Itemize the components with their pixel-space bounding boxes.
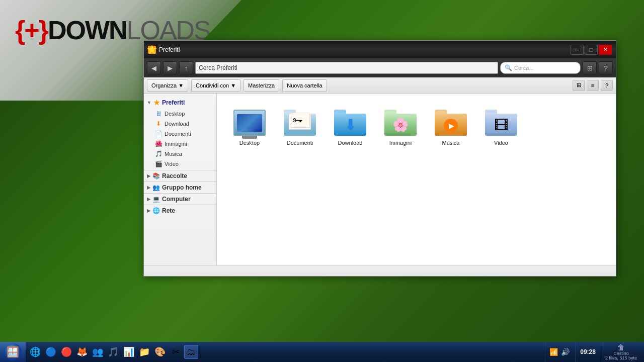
musica-folder-icon: ▶: [433, 108, 468, 138]
computer-arrow: ▶: [147, 197, 150, 202]
close-button[interactable]: ✕: [599, 45, 612, 55]
search-placeholder: Cerca...: [514, 65, 534, 71]
view-details[interactable]: ≡: [587, 80, 599, 91]
quicklaunch-app1[interactable]: 📊: [122, 345, 136, 359]
help-button[interactable]: ?: [599, 61, 613, 74]
start-orb: 🪟: [5, 343, 22, 360]
folder-video[interactable]: 🎞 Video: [478, 104, 524, 150]
documenti-icon: 📄: [155, 130, 162, 137]
view-large-icons[interactable]: ⊞: [573, 80, 585, 91]
download-folder-label: Download: [338, 140, 363, 146]
system-tray: 📶 🔊: [545, 342, 574, 362]
status-bar: [144, 265, 616, 276]
computer-label: Computer: [162, 196, 191, 203]
gruppo-label: Gruppo home: [162, 184, 202, 191]
search-bar[interactable]: 🔍 Cerca...: [500, 62, 581, 74]
documenti-icon-graphic: 🗝: [284, 110, 316, 136]
tray-volume-icon: 🔊: [561, 348, 570, 356]
sidebar-label-desktop: Desktop: [165, 111, 185, 117]
windows-logo-icon: 🪟: [7, 346, 19, 358]
immagini-folder-label: Immagini: [389, 140, 412, 146]
quicklaunch-explorer[interactable]: 🗂: [184, 345, 198, 359]
folder-desktop[interactable]: Desktop: [227, 104, 272, 150]
bracket-close: }: [39, 16, 48, 45]
minimize-button[interactable]: ─: [571, 45, 584, 55]
sidebar-item-immagini[interactable]: 🌺 Immagini: [144, 139, 216, 149]
address-bar-text: Cerca Preferiti: [199, 64, 237, 71]
desktop-icon: 🖥: [155, 110, 162, 117]
recycle-bin-count: 2 files, 515 byte: [605, 356, 637, 360]
quicklaunch-opera[interactable]: 🔴: [59, 345, 73, 359]
sidebar-item-documenti[interactable]: 📄 Documenti: [144, 129, 216, 139]
up-button[interactable]: ↑: [179, 61, 193, 74]
download-folder-icon: ⬇: [333, 108, 368, 138]
clock-area[interactable]: 09:28: [576, 342, 600, 362]
rete-icon: 🌐: [152, 207, 160, 214]
folder-download[interactable]: ⬇ Download: [328, 104, 373, 150]
video-folder-label: Video: [494, 140, 508, 146]
musica-icon: 🎵: [155, 150, 162, 157]
recycle-bin-area[interactable]: 🗑 Cestino 2 files, 515 byte: [602, 342, 640, 362]
sidebar-label-musica: Musica: [165, 151, 182, 157]
raccolte-arrow: ▶: [147, 173, 150, 178]
sidebar-section-computer[interactable]: ▶ 💻 Computer: [144, 193, 216, 205]
bracket-open: {: [15, 16, 24, 45]
views-button[interactable]: ⊞: [583, 61, 597, 74]
window-icon: ⭐: [148, 46, 156, 54]
gruppo-arrow: ▶: [147, 185, 150, 190]
documenti-folder-icon: 🗝: [282, 108, 317, 138]
quicklaunch-app2[interactable]: 📁: [137, 345, 151, 359]
sidebar-header-preferiti[interactable]: ▼ ★ Preferiti: [144, 97, 216, 109]
new-folder-button[interactable]: Nuova cartella: [282, 79, 327, 92]
explorer-window: ⭐ Preferiti ─ □ ✕ ◀ ▶ ↑ Cerca Preferiti …: [143, 40, 616, 277]
quicklaunch-app4[interactable]: ✂: [169, 345, 183, 359]
start-button[interactable]: 🪟: [0, 342, 26, 362]
preferiti-label: Preferiti: [162, 99, 185, 106]
sidebar-section-preferiti: ▼ ★ Preferiti 🖥 Desktop ⬇ Download 📄 Doc…: [144, 97, 216, 169]
sidebar-label-immagini: Immagini: [165, 141, 187, 147]
window-title: Preferiti: [159, 46, 180, 53]
organize-button[interactable]: Organizza ▼: [147, 79, 188, 92]
folder-musica[interactable]: ▶ Musica: [428, 104, 473, 150]
tray-signal-icon: 📶: [549, 348, 558, 356]
back-button[interactable]: ◀: [147, 61, 161, 74]
sidebar-label-documenti: Documenti: [165, 131, 191, 137]
address-bar[interactable]: Cerca Preferiti: [195, 62, 498, 74]
taskbar-running-apps: [200, 342, 541, 362]
immagini-icon: 🌺: [155, 140, 162, 147]
sidebar-section-raccolte[interactable]: ▶ 📚 Raccolte: [144, 170, 216, 182]
download-icon-graphic: ⬇: [334, 110, 366, 136]
quicklaunch-chrome[interactable]: 🔵: [44, 345, 58, 359]
taskbar: 🪟 🌐 🔵 🔴 🦊 👥 🎵 📊 📁 🎨 ✂ 🗂 📶 🔊 09:28 🗑 Cest…: [0, 342, 644, 362]
sidebar-item-musica[interactable]: 🎵 Musica: [144, 149, 216, 159]
desktop-icon-graphic: [233, 110, 266, 136]
plus-sign: +: [24, 16, 38, 45]
folder-documenti[interactable]: 🗝 Documenti: [277, 104, 323, 150]
sidebar-section-rete[interactable]: ▶ 🌐 Rete: [144, 205, 216, 216]
quicklaunch-firefox[interactable]: 🦊: [75, 345, 89, 359]
documenti-folder-label: Documenti: [287, 140, 313, 146]
immagini-icon-graphic: 🌸: [384, 110, 417, 136]
burn-button[interactable]: Masterizza: [244, 79, 279, 92]
quicklaunch-ie[interactable]: 🌐: [28, 345, 42, 359]
view-help[interactable]: ?: [601, 80, 613, 91]
action-toolbar: Organizza ▼ Condividi con ▼ Masterizza N…: [144, 77, 616, 94]
maximize-button[interactable]: □: [585, 45, 598, 55]
flower-icon: 🌸: [392, 117, 409, 133]
folder-immagini[interactable]: 🌸 Immagini: [378, 104, 423, 150]
sidebar-item-video[interactable]: 🎬 Video: [144, 159, 216, 169]
download-icon: ⬇: [155, 120, 162, 127]
quicklaunch-app3[interactable]: 🎨: [153, 345, 167, 359]
download-arrow-icon: ⬇: [345, 116, 356, 133]
raccolte-label: Raccolte: [162, 172, 187, 179]
sidebar-item-download[interactable]: ⬇ Download: [144, 119, 216, 129]
share-button[interactable]: Condividi con ▼: [191, 79, 240, 92]
sidebar-item-desktop[interactable]: 🖥 Desktop: [144, 109, 216, 119]
sidebar: ▼ ★ Preferiti 🖥 Desktop ⬇ Download 📄 Doc…: [144, 94, 217, 265]
forward-button[interactable]: ▶: [163, 61, 177, 74]
quicklaunch-media[interactable]: 🎵: [106, 345, 120, 359]
quicklaunch-users[interactable]: 👥: [91, 345, 105, 359]
rete-arrow: ▶: [147, 208, 150, 213]
sidebar-section-gruppo[interactable]: ▶ 👥 Gruppo home: [144, 182, 216, 193]
video-icon: 🎬: [155, 160, 162, 167]
